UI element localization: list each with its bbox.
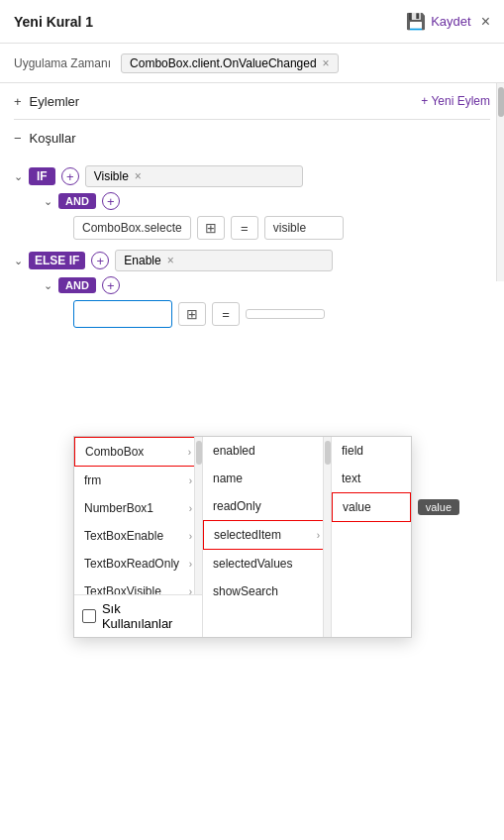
operator-icon-1[interactable]: ⊞ [197, 216, 225, 240]
and1-add-button[interactable]: + [102, 192, 120, 210]
if-header: ⌄ IF + Visible × [14, 165, 490, 187]
dropdown-item-showsearch[interactable]: showSearch [203, 578, 331, 605]
add-action-button[interactable]: + Yeni Eylem [421, 94, 490, 108]
page-title: Yeni Kural 1 [14, 14, 93, 30]
col1-scrollbar [194, 437, 202, 605]
col2-scroll-thumb[interactable] [325, 441, 331, 465]
and1-badge: AND [58, 193, 96, 209]
dropdown-item-combobox[interactable]: ComboBox › [74, 437, 202, 467]
dropdown-item-readonly[interactable]: readOnly [203, 492, 331, 520]
chevron-right-icon-combobox: › [188, 447, 191, 458]
value-field-1[interactable]: visible [264, 216, 344, 240]
page-scroll-thumb[interactable] [498, 87, 504, 117]
sik-checkbox-icon[interactable] [82, 609, 96, 623]
sik-kullanılanlar-row: Sık Kullanılanlar [74, 594, 202, 637]
app-time-label: Uygulama Zamanı [14, 56, 111, 70]
app-time-row: Uygulama Zamanı ComboBox.client.OnValueC… [0, 44, 504, 83]
save-icon: 💾 [406, 12, 426, 31]
if-block: ⌄ IF + Visible × ⌄ AND + ComboBox.select… [14, 165, 490, 240]
operator-icon-2[interactable]: ⊞ [178, 302, 206, 326]
condition-field-2-empty[interactable] [73, 300, 172, 328]
else-if-add-button[interactable]: + [91, 252, 109, 269]
if-condition-label: Visible [94, 169, 129, 183]
dropdown-item-textboxenable[interactable]: TextBoxEnable › [74, 522, 202, 550]
if-badge: IF [29, 167, 55, 185]
chevron-right-icon-frm: › [189, 475, 192, 486]
and2-add-button[interactable]: + [102, 276, 120, 294]
header: Yeni Kural 1 💾 Kaydet × [0, 0, 504, 44]
dropdown-col-2: enabled name readOnly selectedItem › sel… [203, 437, 332, 637]
else-if-chevron-icon[interactable]: ⌄ [14, 255, 23, 267]
dropdown-item-textboxreadonly[interactable]: TextBoxReadOnly › [74, 550, 202, 578]
dropdown-item-selecteditem[interactable]: selectedItem › [203, 520, 331, 550]
if-add-button[interactable]: + [61, 167, 79, 185]
actions-section-header: + Eylemler + Yeni Eylem [0, 83, 504, 119]
else-if-block: ⌄ ELSE IF + Enable × ⌄ AND + ⊞ = [14, 250, 490, 328]
conditions-label: Koşullar [30, 131, 76, 146]
dropdown-item-frm[interactable]: frm › [74, 467, 202, 494]
and2-badge: AND [58, 277, 96, 293]
dropdown-item-value[interactable]: value value [332, 492, 411, 522]
header-actions: 💾 Kaydet × [406, 12, 490, 31]
chevron-right-icon-numberbox1: › [189, 503, 192, 514]
app-time-value: ComboBox.client.OnValueChanged [130, 56, 317, 70]
dropdown-item-text[interactable]: text [332, 465, 411, 492]
and-header-2: ⌄ AND + [44, 276, 490, 294]
value-field-2-empty[interactable] [246, 309, 325, 319]
and1-chevron-icon[interactable]: ⌄ [44, 195, 52, 208]
else-if-condition-label: Enable [124, 254, 160, 267]
app-time-close[interactable]: × [323, 56, 330, 70]
if-condition-tag: Visible × [85, 165, 303, 187]
page-scrollbar [496, 83, 504, 281]
else-if-badge: ELSE IF [29, 252, 85, 269]
dropdown-item-selectedvalues[interactable]: selectedValues [203, 550, 331, 578]
chevron-right-icon-textboxenable: › [189, 531, 192, 542]
dropdown-item-numberbox1[interactable]: NumberBox1 › [74, 494, 202, 522]
dropdown-container: ComboBox › frm › NumberBox1 › TextBoxEna… [73, 436, 412, 638]
else-if-condition-close[interactable]: × [167, 254, 174, 267]
equals-icon-2: = [212, 302, 240, 326]
dropdown-item-enabled[interactable]: enabled [203, 437, 331, 465]
app-time-tag: ComboBox.client.OnValueChanged × [121, 53, 339, 73]
actions-label: Eylemler [30, 94, 80, 109]
if-chevron-icon[interactable]: ⌄ [14, 170, 23, 183]
else-if-header: ⌄ ELSE IF + Enable × [14, 250, 490, 271]
and-block-2: ⌄ AND + ⊞ = [44, 276, 490, 328]
conditions-section: ⌄ IF + Visible × ⌄ AND + ComboBox.select… [0, 156, 504, 332]
dropdown-col-1: ComboBox › frm › NumberBox1 › TextBoxEna… [74, 437, 203, 637]
condition-row-1: ComboBox.selecte ⊞ = visible [73, 216, 490, 240]
dropdown-item-field[interactable]: field [332, 437, 411, 465]
and-header-1: ⌄ AND + [44, 192, 490, 210]
close-button[interactable]: × [481, 13, 490, 31]
chevron-right-icon-selecteditem: › [317, 530, 320, 541]
save-button[interactable]: 💾 Kaydet [406, 12, 470, 31]
conditions-section-header: − Koşullar [0, 120, 504, 156]
col1-scroll-thumb[interactable] [196, 441, 202, 465]
dropdown-item-name[interactable]: name [203, 465, 331, 492]
else-if-condition-tag: Enable × [115, 250, 333, 271]
chevron-right-icon-textboxreadonly: › [189, 559, 192, 570]
col2-scrollbar [323, 437, 331, 637]
and-block-1: ⌄ AND + ComboBox.selecte ⊞ = visible [44, 192, 490, 240]
if-condition-close[interactable]: × [135, 169, 142, 183]
and2-chevron-icon[interactable]: ⌄ [44, 279, 52, 292]
conditions-expand-icon[interactable]: − [14, 131, 22, 146]
value-tooltip: value [418, 499, 459, 515]
sik-label: Sık Kullanılanlar [102, 601, 194, 631]
actions-expand-icon[interactable]: + [14, 94, 22, 109]
equals-icon-1[interactable]: = [231, 216, 258, 240]
dropdown-col-3: field text value value [332, 437, 411, 637]
condition-field-1[interactable]: ComboBox.selecte [73, 216, 191, 240]
condition-row-2: ⊞ = [73, 300, 490, 328]
